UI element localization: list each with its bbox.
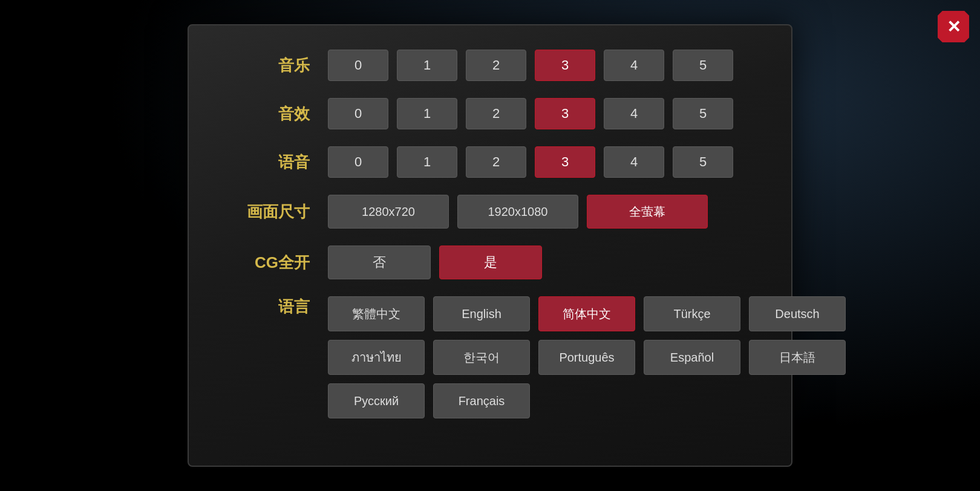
voice-btn-1[interactable]: 1 — [397, 146, 457, 178]
music-btn-5[interactable]: 5 — [673, 50, 733, 81]
sfx-btn-2[interactable]: 2 — [466, 98, 526, 129]
lang-row-1: ภาษาไทย한국어PortuguêsEspañol日本語 — [328, 340, 846, 375]
cg-controls: 否是 — [328, 246, 542, 279]
sfx-row: 音效 012345 — [225, 98, 755, 129]
music-btn-2[interactable]: 2 — [466, 50, 526, 81]
voice-row: 语音 012345 — [225, 146, 755, 178]
lang-btn-Español[interactable]: Español — [644, 340, 740, 375]
screen-btn-0[interactable]: 1280x720 — [328, 195, 449, 229]
sfx-btn-1[interactable]: 1 — [397, 98, 457, 129]
lang-btn-繁體中文[interactable]: 繁體中文 — [328, 296, 425, 331]
screen-btn-1[interactable]: 1920x1080 — [457, 195, 578, 229]
settings-dialog: 音乐 012345 音效 012345 语音 012345 画面尺寸 1280x… — [188, 24, 792, 467]
music-label: 音乐 — [225, 55, 328, 76]
lang-btn-Français[interactable]: Français — [433, 383, 530, 418]
cg-btn-否[interactable]: 否 — [328, 246, 431, 279]
lang-controls: 繁體中文English简体中文TürkçeDeutschภาษาไทย한국어Po… — [328, 296, 846, 418]
sfx-btn-4[interactable]: 4 — [604, 98, 664, 129]
music-btn-3[interactable]: 3 — [535, 50, 595, 81]
music-controls: 012345 — [328, 50, 733, 81]
voice-btn-2[interactable]: 2 — [466, 146, 526, 178]
voice-btn-5[interactable]: 5 — [673, 146, 733, 178]
lang-row-2: РусскийFrançais — [328, 383, 846, 418]
voice-btn-3[interactable]: 3 — [535, 146, 595, 178]
lang-btn-简体中文[interactable]: 简体中文 — [538, 296, 635, 331]
voice-controls: 012345 — [328, 146, 733, 178]
lang-btn-한국어[interactable]: 한국어 — [433, 340, 530, 375]
close-button[interactable]: ✕ — [938, 11, 969, 42]
music-btn-1[interactable]: 1 — [397, 50, 457, 81]
sfx-controls: 012345 — [328, 98, 733, 129]
music-btn-0[interactable]: 0 — [328, 50, 388, 81]
lang-label: 语言 — [225, 296, 328, 317]
screen-row: 画面尺寸 1280x7201920x1080全萤幕 — [225, 195, 755, 229]
music-row: 音乐 012345 — [225, 50, 755, 81]
cg-btn-是[interactable]: 是 — [439, 246, 542, 279]
cg-label: CG全开 — [225, 252, 328, 273]
cg-row: CG全开 否是 — [225, 246, 755, 279]
screen-label: 画面尺寸 — [225, 201, 328, 223]
lang-btn-Русский[interactable]: Русский — [328, 383, 425, 418]
lang-btn-Deutsch[interactable]: Deutsch — [749, 296, 846, 331]
lang-btn-English[interactable]: English — [433, 296, 530, 331]
lang-row: 语言 繁體中文English简体中文TürkçeDeutschภาษาไทย한국… — [225, 296, 755, 418]
screen-btn-2[interactable]: 全萤幕 — [587, 195, 708, 229]
sfx-btn-0[interactable]: 0 — [328, 98, 388, 129]
music-btn-4[interactable]: 4 — [604, 50, 664, 81]
lang-btn-Português[interactable]: Português — [538, 340, 635, 375]
lang-btn-Türkçe[interactable]: Türkçe — [644, 296, 740, 331]
sfx-label: 音效 — [225, 103, 328, 125]
screen-controls: 1280x7201920x1080全萤幕 — [328, 195, 708, 229]
lang-row-0: 繁體中文English简体中文TürkçeDeutsch — [328, 296, 846, 331]
lang-btn-ภาษาไทย[interactable]: ภาษาไทย — [328, 340, 425, 375]
sfx-btn-5[interactable]: 5 — [673, 98, 733, 129]
sfx-btn-3[interactable]: 3 — [535, 98, 595, 129]
voice-btn-0[interactable]: 0 — [328, 146, 388, 178]
voice-btn-4[interactable]: 4 — [604, 146, 664, 178]
lang-btn-日本語[interactable]: 日本語 — [749, 340, 846, 375]
voice-label: 语音 — [225, 152, 328, 173]
